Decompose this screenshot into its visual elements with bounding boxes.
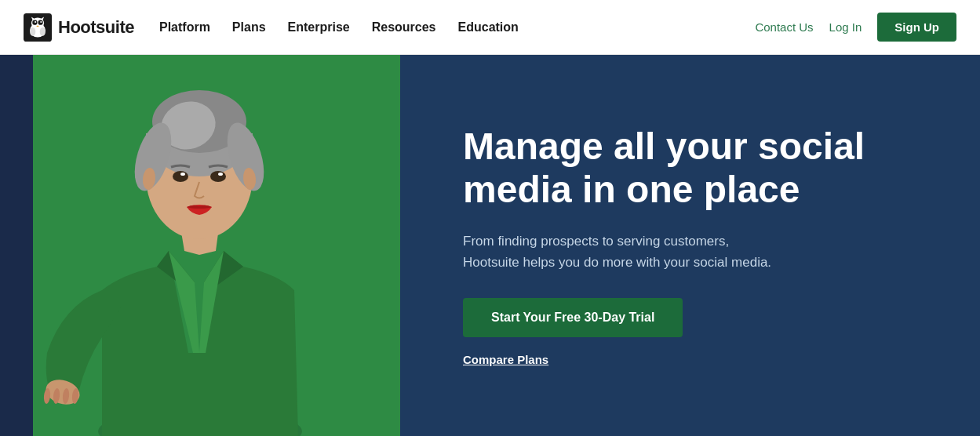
nav-link-resources[interactable]: Resources: [372, 20, 436, 34]
navbar-left: Hootsuite Platform Plans Enterprise Reso…: [24, 13, 519, 42]
nav-link-plans[interactable]: Plans: [232, 20, 266, 34]
hero-section: Manage all your social media in one plac…: [0, 55, 980, 436]
nav-item-enterprise[interactable]: Enterprise: [288, 20, 350, 35]
navbar-right: Contact Us Log In Sign Up: [755, 13, 956, 42]
nav-link-platform[interactable]: Platform: [159, 20, 210, 34]
nav-item-platform[interactable]: Platform: [159, 20, 210, 35]
hero-image-panel: [0, 55, 400, 436]
nav-item-resources[interactable]: Resources: [372, 20, 436, 35]
nav-item-education[interactable]: Education: [458, 20, 519, 35]
hero-subtitle: From finding prospects to serving custom…: [463, 231, 840, 273]
logo-link[interactable]: Hootsuite: [24, 13, 134, 42]
navbar: Hootsuite Platform Plans Enterprise Reso…: [0, 0, 980, 55]
svg-point-11: [40, 27, 46, 36]
hootsuite-owl-icon: [24, 13, 52, 42]
hero-title: Manage all your social media in one plac…: [463, 125, 902, 211]
free-trial-button[interactable]: Start Your Free 30-Day Trial: [463, 298, 683, 337]
nav-link-enterprise[interactable]: Enterprise: [288, 20, 350, 34]
nav-item-plans[interactable]: Plans: [232, 20, 266, 35]
signup-button[interactable]: Sign Up: [877, 13, 956, 42]
svg-point-6: [40, 20, 42, 22]
contact-us-link[interactable]: Contact Us: [755, 20, 813, 34]
svg-point-5: [35, 20, 36, 22]
hero-left-strip: [0, 55, 33, 436]
hero-portrait-canvas: [0, 55, 400, 436]
svg-point-10: [30, 27, 35, 36]
hero-subtitle-line1: From finding prospects to serving custom…: [463, 234, 729, 249]
hero-content-panel: Manage all your social media in one plac…: [400, 55, 980, 436]
login-link[interactable]: Log In: [829, 20, 862, 34]
logo-text: Hootsuite: [58, 17, 134, 38]
hero-subtitle-line2: Hootsuite helps you do more with your so…: [463, 255, 771, 270]
nav-links: Platform Plans Enterprise Resources Educ…: [159, 20, 519, 35]
compare-plans-link[interactable]: Compare Plans: [463, 353, 925, 366]
nav-link-education[interactable]: Education: [458, 20, 519, 34]
